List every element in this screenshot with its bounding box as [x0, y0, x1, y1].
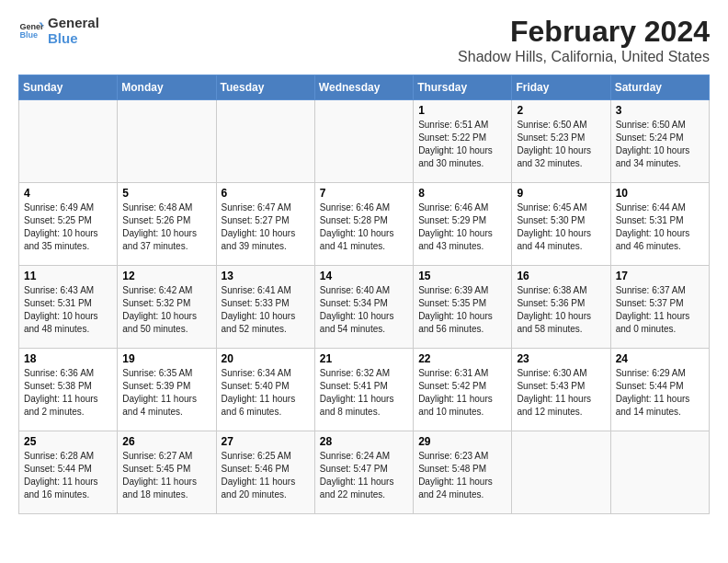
- day-info: Sunrise: 6:38 AMSunset: 5:36 PMDaylight:…: [517, 284, 605, 336]
- day-number: 2: [517, 104, 605, 117]
- day-info: Sunrise: 6:23 AMSunset: 5:48 PMDaylight:…: [418, 450, 506, 501]
- calendar-cell: 21Sunrise: 6:32 AMSunset: 5:41 PMDayligh…: [314, 349, 413, 431]
- day-number: 3: [616, 104, 704, 117]
- calendar-cell: 3Sunrise: 6:50 AMSunset: 5:24 PMDaylight…: [610, 100, 709, 183]
- day-number: 11: [24, 270, 112, 282]
- day-number: 1: [418, 104, 506, 117]
- calendar-cell: 17Sunrise: 6:37 AMSunset: 5:37 PMDayligh…: [610, 266, 709, 349]
- day-number: 21: [320, 352, 408, 365]
- day-header-tuesday: Tuesday: [216, 75, 314, 100]
- day-info: Sunrise: 6:50 AMSunset: 5:24 PMDaylight:…: [616, 119, 704, 170]
- day-info: Sunrise: 6:36 AMSunset: 5:38 PMDaylight:…: [24, 367, 112, 419]
- day-info: Sunrise: 6:35 AMSunset: 5:39 PMDaylight:…: [122, 367, 210, 419]
- day-info: Sunrise: 6:48 AMSunset: 5:26 PMDaylight:…: [122, 201, 210, 253]
- logo-icon: General Blue: [18, 17, 44, 43]
- day-info: Sunrise: 6:28 AMSunset: 5:44 PMDaylight:…: [24, 450, 112, 501]
- day-info: Sunrise: 6:47 AMSunset: 5:27 PMDaylight:…: [222, 201, 310, 253]
- calendar-cell: [512, 431, 610, 514]
- day-info: Sunrise: 6:31 AMSunset: 5:42 PMDaylight:…: [418, 367, 506, 419]
- calendar-body: 1Sunrise: 6:51 AMSunset: 5:22 PMDaylight…: [19, 100, 710, 514]
- day-number: 19: [122, 352, 210, 365]
- day-number: 24: [616, 352, 704, 365]
- calendar-cell: 4Sunrise: 6:49 AMSunset: 5:25 PMDaylight…: [19, 183, 118, 266]
- calendar-cell: 29Sunrise: 6:23 AMSunset: 5:48 PMDayligh…: [414, 431, 512, 514]
- day-number: 16: [517, 270, 605, 282]
- logo: General Blue General Blue: [18, 15, 99, 46]
- day-info: Sunrise: 6:25 AMSunset: 5:46 PMDaylight:…: [222, 450, 310, 501]
- calendar-cell: 10Sunrise: 6:44 AMSunset: 5:31 PMDayligh…: [610, 183, 709, 266]
- page-header: General Blue General Blue February 2024 …: [18, 15, 710, 65]
- day-number: 9: [517, 187, 605, 200]
- calendar-cell: 13Sunrise: 6:41 AMSunset: 5:33 PMDayligh…: [216, 266, 314, 349]
- day-info: Sunrise: 6:51 AMSunset: 5:22 PMDaylight:…: [418, 119, 506, 170]
- day-number: 27: [222, 435, 310, 448]
- calendar-cell: 26Sunrise: 6:27 AMSunset: 5:45 PMDayligh…: [118, 431, 216, 514]
- calendar-header-row: SundayMondayTuesdayWednesdayThursdayFrid…: [19, 75, 710, 100]
- day-number: 13: [222, 270, 310, 282]
- calendar-cell: 2Sunrise: 6:50 AMSunset: 5:23 PMDaylight…: [512, 100, 610, 183]
- calendar-table: SundayMondayTuesdayWednesdayThursdayFrid…: [18, 75, 710, 514]
- day-info: Sunrise: 6:34 AMSunset: 5:40 PMDaylight:…: [222, 367, 310, 419]
- calendar-cell: 11Sunrise: 6:43 AMSunset: 5:31 PMDayligh…: [19, 266, 118, 349]
- day-info: Sunrise: 6:27 AMSunset: 5:45 PMDaylight:…: [122, 450, 210, 501]
- calendar-cell: 5Sunrise: 6:48 AMSunset: 5:26 PMDaylight…: [118, 183, 216, 266]
- calendar-cell: 15Sunrise: 6:39 AMSunset: 5:35 PMDayligh…: [414, 266, 512, 349]
- day-info: Sunrise: 6:40 AMSunset: 5:34 PMDaylight:…: [320, 284, 408, 336]
- calendar-cell: [314, 100, 413, 183]
- day-number: 23: [517, 352, 605, 365]
- calendar-title: February 2024: [458, 15, 710, 49]
- calendar-cell: [19, 100, 118, 183]
- calendar-subtitle: Shadow Hills, California, United States: [458, 49, 710, 65]
- day-info: Sunrise: 6:43 AMSunset: 5:31 PMDaylight:…: [24, 284, 112, 336]
- calendar-week-1: 1Sunrise: 6:51 AMSunset: 5:22 PMDaylight…: [19, 100, 710, 183]
- calendar-week-5: 25Sunrise: 6:28 AMSunset: 5:44 PMDayligh…: [19, 431, 710, 514]
- calendar-week-2: 4Sunrise: 6:49 AMSunset: 5:25 PMDaylight…: [19, 183, 710, 266]
- calendar-cell: 12Sunrise: 6:42 AMSunset: 5:32 PMDayligh…: [118, 266, 216, 349]
- calendar-cell: [610, 431, 709, 514]
- day-header-saturday: Saturday: [610, 75, 709, 100]
- day-info: Sunrise: 6:32 AMSunset: 5:41 PMDaylight:…: [320, 367, 408, 419]
- day-header-friday: Friday: [512, 75, 610, 100]
- day-number: 20: [222, 352, 310, 365]
- calendar-cell: 25Sunrise: 6:28 AMSunset: 5:44 PMDayligh…: [19, 431, 118, 514]
- calendar-cell: 16Sunrise: 6:38 AMSunset: 5:36 PMDayligh…: [512, 266, 610, 349]
- calendar-cell: 14Sunrise: 6:40 AMSunset: 5:34 PMDayligh…: [314, 266, 413, 349]
- day-number: 7: [320, 187, 408, 200]
- day-info: Sunrise: 6:50 AMSunset: 5:23 PMDaylight:…: [517, 119, 605, 170]
- calendar-cell: 9Sunrise: 6:45 AMSunset: 5:30 PMDaylight…: [512, 183, 610, 266]
- calendar-cell: 20Sunrise: 6:34 AMSunset: 5:40 PMDayligh…: [216, 349, 314, 431]
- calendar-cell: 27Sunrise: 6:25 AMSunset: 5:46 PMDayligh…: [216, 431, 314, 514]
- day-info: Sunrise: 6:44 AMSunset: 5:31 PMDaylight:…: [616, 201, 704, 253]
- day-info: Sunrise: 6:30 AMSunset: 5:43 PMDaylight:…: [517, 367, 605, 419]
- day-number: 15: [418, 270, 506, 282]
- day-number: 14: [320, 270, 408, 282]
- day-header-sunday: Sunday: [19, 75, 118, 100]
- day-info: Sunrise: 6:45 AMSunset: 5:30 PMDaylight:…: [517, 201, 605, 253]
- day-number: 29: [418, 435, 506, 448]
- day-info: Sunrise: 6:46 AMSunset: 5:28 PMDaylight:…: [320, 201, 408, 253]
- day-number: 18: [24, 352, 112, 365]
- day-number: 12: [122, 270, 210, 282]
- calendar-week-3: 11Sunrise: 6:43 AMSunset: 5:31 PMDayligh…: [19, 266, 710, 349]
- calendar-cell: [118, 100, 216, 183]
- calendar-week-4: 18Sunrise: 6:36 AMSunset: 5:38 PMDayligh…: [19, 349, 710, 431]
- calendar-cell: 8Sunrise: 6:46 AMSunset: 5:29 PMDaylight…: [414, 183, 512, 266]
- day-number: 28: [320, 435, 408, 448]
- day-header-monday: Monday: [118, 75, 216, 100]
- day-number: 8: [418, 187, 506, 200]
- day-info: Sunrise: 6:49 AMSunset: 5:25 PMDaylight:…: [24, 201, 112, 253]
- calendar-cell: 18Sunrise: 6:36 AMSunset: 5:38 PMDayligh…: [19, 349, 118, 431]
- day-info: Sunrise: 6:46 AMSunset: 5:29 PMDaylight:…: [418, 201, 506, 253]
- calendar-cell: 19Sunrise: 6:35 AMSunset: 5:39 PMDayligh…: [118, 349, 216, 431]
- day-number: 10: [616, 187, 704, 200]
- day-header-wednesday: Wednesday: [314, 75, 413, 100]
- day-info: Sunrise: 6:37 AMSunset: 5:37 PMDaylight:…: [616, 284, 704, 336]
- day-number: 25: [24, 435, 112, 448]
- logo-line2: Blue: [48, 30, 99, 46]
- calendar-title-block: February 2024 Shadow Hills, California, …: [458, 15, 710, 65]
- day-info: Sunrise: 6:39 AMSunset: 5:35 PMDaylight:…: [418, 284, 506, 336]
- day-number: 26: [122, 435, 210, 448]
- day-number: 6: [222, 187, 310, 200]
- calendar-cell: 28Sunrise: 6:24 AMSunset: 5:47 PMDayligh…: [314, 431, 413, 514]
- calendar-cell: 1Sunrise: 6:51 AMSunset: 5:22 PMDaylight…: [414, 100, 512, 183]
